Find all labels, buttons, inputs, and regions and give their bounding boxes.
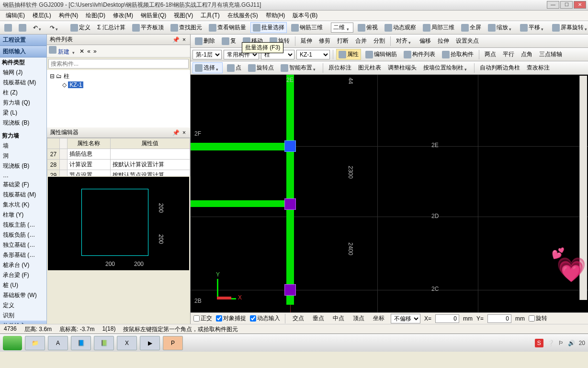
name-combo[interactable]: KZ-1 — [296, 50, 330, 59]
tray-ime-icon[interactable]: S — [535, 339, 543, 347]
new-component-button[interactable]: 新建 — [49, 46, 69, 56]
start-button[interactable] — [3, 336, 22, 350]
nav-item[interactable]: 识别 — [0, 310, 46, 321]
local-3d-button[interactable]: 局部三维 — [420, 22, 457, 33]
stretch-button[interactable]: 拉伸 — [435, 35, 452, 46]
smart-layout-button[interactable]: 智能布置 — [278, 62, 320, 73]
prop-name[interactable]: 插筋信息 — [68, 149, 111, 160]
delete-button[interactable]: 删除 — [192, 35, 217, 46]
open-button[interactable] — [2, 23, 14, 33]
orig-annot-button[interactable]: 原位标注 — [326, 62, 354, 73]
nav-item[interactable]: 洞 — [0, 151, 46, 161]
copy-button[interactable]: 复 — [219, 35, 238, 46]
prop-name[interactable]: 计算设置 — [68, 160, 111, 170]
draw-by-wall-button[interactable]: 按墙位置绘制柱 — [421, 62, 471, 73]
attribute-button[interactable]: 属性 — [336, 49, 361, 60]
prop-val[interactable]: 按默认节点设置计算 — [110, 170, 190, 176]
select-tool-button[interactable]: 选择 — [192, 62, 223, 73]
snap-inter[interactable]: 交点 — [290, 313, 306, 324]
auto-corner-button[interactable]: 自动判断边角柱 — [477, 62, 522, 73]
menu-help[interactable]: 帮助(H) — [262, 11, 289, 21]
screen-rotate-button[interactable]: 屏幕旋转 — [550, 22, 588, 33]
find-elem-button[interactable]: 查找图元 — [168, 22, 204, 33]
nav-item[interactable]: 柱墩 (Y) — [0, 210, 46, 220]
osnap-toggle[interactable]: 对象捕捉 — [216, 314, 246, 322]
nav-item[interactable]: 筏板基础 (M) — [0, 78, 46, 88]
nav-item[interactable]: 筏板基础 (M) — [0, 190, 46, 200]
nav-item[interactable]: 轴网 (J) — [0, 68, 46, 78]
menu-component[interactable]: 构件(N) — [55, 11, 82, 21]
snap-mid[interactable]: 中点 — [330, 313, 347, 324]
define-button[interactable]: 定义 — [68, 22, 93, 33]
tree-selected-item[interactable]: KZ-1 — [68, 81, 83, 88]
snap-perp[interactable]: 垂点 — [310, 313, 327, 324]
nav-drawing-input[interactable]: 图纸输入 — [0, 46, 46, 58]
menu-version[interactable]: 版本号(B) — [289, 11, 321, 21]
search-input[interactable] — [48, 59, 189, 69]
task-app3[interactable]: 📗 — [94, 336, 114, 350]
arrow-right-icon[interactable]: » — [93, 48, 97, 55]
nav-component-input[interactable]: 构件输入 — [0, 321, 46, 324]
nav-item[interactable]: 独立基础 (… — [0, 240, 46, 250]
ortho-toggle[interactable]: 正交 — [193, 314, 212, 322]
view-2d-combo[interactable]: 二维 — [331, 23, 353, 33]
zoom-button[interactable]: 缩放 — [486, 22, 516, 33]
setpoint-button[interactable]: 设置夹点 — [453, 35, 481, 46]
delete-component-button[interactable]: ✕ — [79, 48, 84, 55]
y-input[interactable] — [487, 314, 511, 323]
menu-edit[interactable]: 编辑(E) — [2, 11, 29, 21]
nav-item[interactable]: 桩承台 (V) — [0, 260, 46, 270]
rebar-3d-button[interactable]: 钢筋三维 — [289, 22, 325, 33]
tray-help-icon[interactable]: ❔ — [547, 340, 554, 346]
tree-root[interactable]: 柱 — [64, 73, 69, 80]
floor-combo[interactable]: 第-1层 — [192, 50, 222, 59]
menu-rebar[interactable]: 钢筋量(Q) — [137, 11, 170, 21]
menu-view[interactable]: 视图(V) — [170, 11, 197, 21]
split-button[interactable]: 分割 — [371, 35, 387, 46]
merge-button[interactable]: 合并 — [353, 35, 369, 46]
nav-item[interactable]: 承台梁 (F) — [0, 270, 46, 280]
column-purple[interactable] — [284, 198, 296, 210]
rotpoint-tool-button[interactable]: 旋转点 — [246, 62, 276, 73]
task-excel[interactable]: X — [117, 336, 137, 350]
property-table[interactable]: 属性名称属性值 27插筋信息 28计算设置按默认计算设置计算 29节点设置按默认… — [47, 138, 190, 176]
x-input[interactable] — [435, 314, 459, 323]
view-rebar-button[interactable]: 查看钢筋量 — [206, 22, 249, 33]
snap-coord[interactable]: 坐标 — [371, 313, 387, 324]
nav-item[interactable]: 梁 (L) — [0, 108, 46, 118]
prop-val[interactable]: 按默认计算设置计算 — [110, 160, 190, 170]
point-angle-button[interactable]: 点角 — [519, 49, 535, 60]
minimize-button[interactable]: — — [547, 1, 559, 9]
nav-item[interactable]: 筏板负筋 (… — [0, 230, 46, 240]
nav-item[interactable]: 条形基础 (… — [0, 250, 46, 260]
nav-item[interactable]: 剪力墙 (Q) — [0, 98, 46, 108]
col-end-button[interactable]: 调整柱端头 — [385, 62, 419, 73]
pin-icon[interactable]: 📌 — [172, 129, 180, 136]
menu-floor[interactable]: 楼层(L) — [29, 11, 55, 21]
nav-item[interactable]: 定义 — [0, 300, 46, 310]
nav-item[interactable]: 墙 — [0, 141, 46, 151]
prop-val[interactable] — [110, 149, 190, 160]
align-button[interactable]: 对齐 — [394, 35, 415, 46]
tray-time[interactable]: 20 — [579, 340, 585, 346]
tray-vol-icon[interactable]: 🔊 — [568, 340, 575, 346]
check-annot-button[interactable]: 查改标注 — [524, 62, 552, 73]
dyninput-toggle[interactable]: 动态输入 — [250, 314, 280, 322]
two-point-button[interactable]: 两点 — [482, 49, 498, 60]
aux-axis-button[interactable]: 三点辅轴 — [537, 49, 565, 60]
drawing-canvas[interactable]: 2E 2F 2E 2D 2C 2B 44 2300 2400 X Y — [191, 75, 588, 312]
batch-select-button[interactable]: 批量选择 — [250, 22, 287, 33]
close-button[interactable]: ✕ — [574, 1, 586, 9]
pan-button[interactable]: 平移 — [518, 22, 548, 33]
nav-item[interactable]: 现浇板 (B) — [0, 118, 46, 128]
menu-online[interactable]: 在线服务(S) — [224, 11, 262, 21]
point-tool-button[interactable]: 点 — [225, 62, 244, 73]
nav-item[interactable]: 桩 (U) — [0, 280, 46, 290]
top-view-button[interactable]: 俯视 — [355, 22, 380, 33]
nav-item[interactable]: 集水坑 (K) — [0, 200, 46, 210]
maximize-button[interactable]: ☐ — [560, 1, 573, 9]
menu-modify[interactable]: 修改(M) — [109, 11, 137, 21]
nav-item[interactable]: 现浇板 (B) — [0, 161, 46, 171]
menu-tools[interactable]: 工具(T) — [197, 11, 223, 21]
arrow-left-icon[interactable]: « — [87, 48, 90, 55]
